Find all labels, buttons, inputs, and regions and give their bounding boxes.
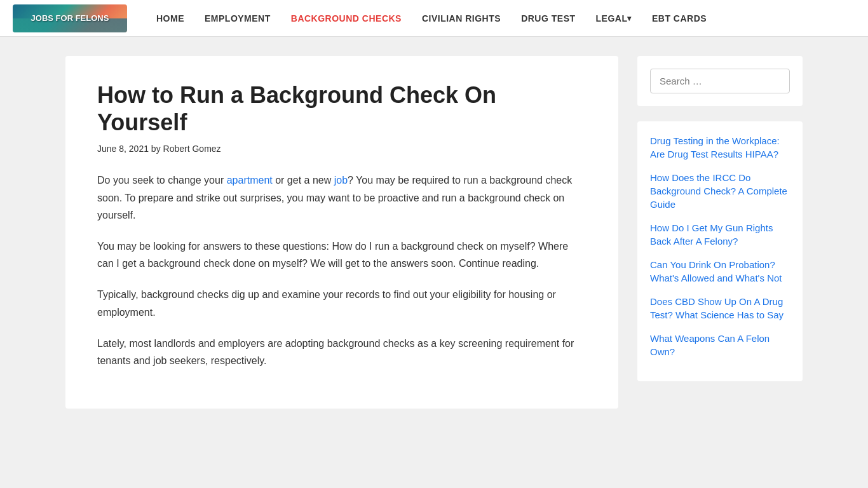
main-nav: JOBS FOR FELONS HOMEEMPLOYMENTBACKGROUND… <box>0 0 868 37</box>
main-content: How to Run a Background Check On Yoursel… <box>65 56 618 409</box>
sidebar-link-list: Drug Testing in the Workplace: Are Drug … <box>650 134 790 358</box>
article-paragraph: Do you seek to change your apartment or … <box>97 172 587 224</box>
nav-link[interactable]: HOME <box>146 0 194 37</box>
page-wrapper: How to Run a Background Check On Yoursel… <box>53 37 815 428</box>
nav-links: HOMEEMPLOYMENTBACKGROUND CHECKSCIVILIAN … <box>146 0 717 37</box>
article-title: How to Run a Background Check On Yoursel… <box>97 81 587 136</box>
article-body: Do you seek to change your apartment or … <box>97 172 587 369</box>
nav-link[interactable]: EBT CARDS <box>642 0 717 37</box>
article-link[interactable]: job <box>334 175 348 186</box>
nav-link[interactable]: BACKGROUND CHECKS <box>281 0 412 37</box>
article-meta: June 8, 2021 by Robert Gomez <box>97 144 587 154</box>
sidebar-search-box <box>637 56 803 106</box>
article-author: Robert Gomez <box>163 144 221 154</box>
site-logo[interactable]: JOBS FOR FELONS <box>13 4 127 32</box>
nav-item: EBT CARDS <box>642 0 717 37</box>
nav-link[interactable]: DRUG TEST <box>511 0 585 37</box>
nav-item: BACKGROUND CHECKS <box>281 0 412 37</box>
article-date: June 8, 2021 <box>97 144 149 154</box>
article-paragraph: Typically, background checks dig up and … <box>97 286 587 320</box>
nav-item: HOME <box>146 0 194 37</box>
sidebar-link[interactable]: Drug Testing in the Workplace: Are Drug … <box>650 134 790 161</box>
sidebar-links-container: Drug Testing in the Workplace: Are Drug … <box>637 121 803 381</box>
sidebar-link-item: Drug Testing in the Workplace: Are Drug … <box>650 134 790 161</box>
sidebar-link-item: Does CBD Show Up On A Drug Test? What Sc… <box>650 295 790 322</box>
sidebar-link-item: Can You Drink On Probation? What's Allow… <box>650 258 790 285</box>
nav-link[interactable]: CIVILIAN RIGHTS <box>412 0 511 37</box>
sidebar: Drug Testing in the Workplace: Are Drug … <box>637 56 803 409</box>
sidebar-link[interactable]: How Do I Get My Gun Rights Back After A … <box>650 221 790 248</box>
sidebar-link[interactable]: Does CBD Show Up On A Drug Test? What Sc… <box>650 295 790 322</box>
nav-link[interactable]: EMPLOYMENT <box>194 0 281 37</box>
nav-item: CIVILIAN RIGHTS <box>412 0 511 37</box>
logo-text: JOBS FOR FELONS <box>31 13 109 24</box>
article-paragraph: You may be looking for answers to these … <box>97 238 587 272</box>
nav-link[interactable]: LEGAL <box>586 0 642 37</box>
sidebar-link-item: How Do I Get My Gun Rights Back After A … <box>650 221 790 248</box>
sidebar-link[interactable]: Can You Drink On Probation? What's Allow… <box>650 258 790 285</box>
sidebar-link-item: How Does the IRCC Do Background Check? A… <box>650 171 790 211</box>
search-input[interactable] <box>650 69 790 93</box>
article-paragraph: Lately, most landlords and employers are… <box>97 335 587 369</box>
nav-item: LEGAL <box>586 0 642 37</box>
article-link[interactable]: apartment <box>227 175 273 186</box>
sidebar-link-item: What Weapons Can A Felon Own? <box>650 332 790 358</box>
nav-item: DRUG TEST <box>511 0 585 37</box>
article-by: by <box>151 144 163 154</box>
nav-item: EMPLOYMENT <box>194 0 281 37</box>
sidebar-link[interactable]: What Weapons Can A Felon Own? <box>650 332 790 358</box>
sidebar-link[interactable]: How Does the IRCC Do Background Check? A… <box>650 171 790 211</box>
